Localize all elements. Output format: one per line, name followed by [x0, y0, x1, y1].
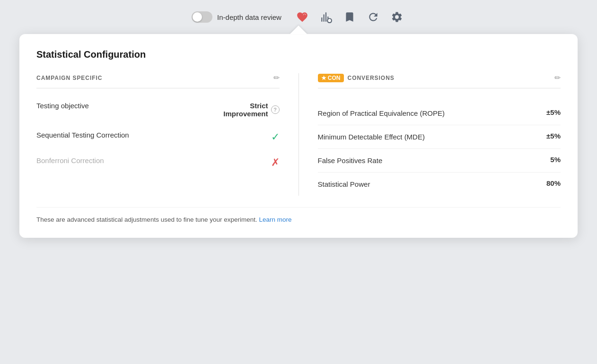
card-pointer	[290, 26, 307, 34]
statistical-power-value: 80%	[546, 179, 561, 187]
bookmark-button[interactable]	[341, 9, 358, 26]
campaign-specific-header: CAMPAIGN SPECIFIC ✏	[36, 73, 280, 88]
sequential-testing-row: Sequential Testing Correction ✓	[36, 131, 280, 143]
bonferroni-correction-cross-icon: ✗	[271, 156, 280, 169]
conversions-header: ★ CON CONVERSIONS ✏	[318, 73, 561, 88]
testing-objective-row: Testing objective StrictImprovement ?	[36, 102, 280, 118]
learn-more-link[interactable]: Learn more	[259, 216, 292, 223]
conversions-label: CONVERSIONS	[348, 75, 395, 81]
refresh-button[interactable]	[365, 9, 382, 26]
campaign-specific-edit-icon[interactable]: ✏	[273, 73, 280, 82]
right-column: ★ CON CONVERSIONS ✏ Region of Practical …	[299, 73, 561, 196]
card-footer: These are advanced statistical adjustmen…	[36, 207, 561, 225]
mde-value: ±5%	[546, 132, 561, 140]
false-positives-row: False Positives Rate 5%	[318, 149, 561, 173]
top-icons	[294, 9, 405, 26]
statistical-power-row: Statistical Power 80%	[318, 173, 561, 196]
bonferroni-correction-label: Bonferroni Correction	[36, 156, 104, 165]
sequential-testing-label: Sequential Testing Correction	[36, 131, 271, 139]
footer-text: These are advanced statistical adjustmen…	[36, 216, 257, 223]
conversions-header-left: ★ CON CONVERSIONS	[318, 74, 395, 82]
mde-row: Minimum Detectable Effect (MDE) ±5%	[318, 125, 561, 149]
statistical-configuration-card: Statistical Configuration CAMPAIGN SPECI…	[19, 34, 578, 238]
toggle-label: In-depth data review	[217, 13, 281, 21]
card-columns: CAMPAIGN SPECIFIC ✏ Testing objective St…	[36, 73, 561, 196]
card-title: Statistical Configuration	[36, 49, 561, 60]
bonferroni-correction-row: Bonferroni Correction ✗	[36, 156, 280, 169]
left-column: CAMPAIGN SPECIFIC ✏ Testing objective St…	[36, 73, 299, 196]
campaign-specific-label: CAMPAIGN SPECIFIC	[36, 75, 102, 81]
refresh-icon	[367, 11, 379, 23]
sequential-testing-check-icon: ✓	[271, 131, 280, 143]
false-positives-value: 5%	[550, 156, 561, 164]
settings-icon	[391, 11, 403, 23]
settings-button[interactable]	[388, 9, 405, 26]
conversions-edit-icon[interactable]: ✏	[554, 73, 561, 82]
conversions-badge: ★ CON	[318, 74, 344, 82]
testing-objective-help-icon[interactable]: ?	[271, 105, 280, 114]
mde-label: Minimum Detectable Effect (MDE)	[318, 132, 547, 142]
rope-label: Region of Practical Equivalence (ROPE)	[318, 108, 547, 118]
rope-value: ±5%	[546, 108, 561, 116]
toggle-container: In-depth data review	[192, 11, 281, 23]
rope-row: Region of Practical Equivalence (ROPE) ±…	[318, 102, 561, 125]
heart-icon-button[interactable]	[294, 9, 311, 26]
heart-icon	[296, 11, 308, 23]
card-wrapper: Statistical Configuration CAMPAIGN SPECI…	[19, 34, 578, 238]
analytics-gear-icon	[320, 11, 332, 23]
testing-objective-value: StrictImprovement ?	[223, 102, 279, 118]
strict-improvement-text: StrictImprovement	[223, 102, 268, 118]
false-positives-label: False Positives Rate	[318, 156, 551, 165]
statistical-power-label: Statistical Power	[318, 179, 546, 189]
in-depth-toggle[interactable]	[192, 11, 212, 23]
testing-objective-label: Testing objective	[36, 102, 223, 110]
bookmark-icon	[343, 11, 356, 23]
analytics-gear-button[interactable]	[317, 9, 334, 26]
